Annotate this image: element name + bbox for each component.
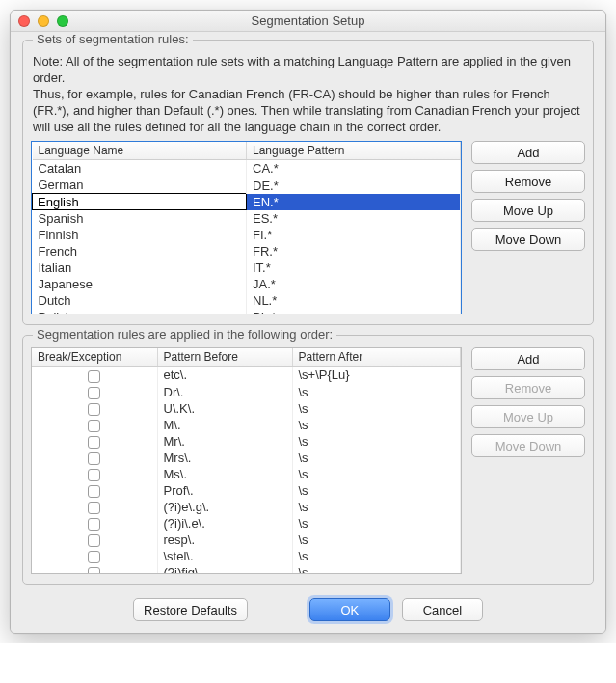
rules-add-button[interactable]: Add: [471, 347, 585, 370]
table-row[interactable]: Ms\.\s: [32, 466, 461, 482]
break-exception-cell[interactable]: [32, 564, 157, 574]
table-row[interactable]: EnglishEN.*: [33, 194, 461, 210]
break-exception-cell[interactable]: [32, 400, 157, 417]
pattern-after-cell[interactable]: \s: [292, 532, 461, 548]
col-language-pattern[interactable]: Language Pattern: [247, 142, 461, 160]
pattern-before-cell[interactable]: Ms\.: [157, 466, 292, 482]
table-row[interactable]: Prof\.\s: [32, 482, 461, 499]
language-name-cell[interactable]: Japanese: [33, 276, 247, 292]
sets-remove-button[interactable]: Remove: [471, 170, 585, 193]
checkbox-icon[interactable]: [88, 420, 100, 432]
language-name-cell[interactable]: Finnish: [33, 227, 247, 243]
language-pattern-cell[interactable]: EN.*: [247, 194, 461, 210]
table-row[interactable]: Mrs\.\s: [32, 450, 461, 466]
pattern-before-cell[interactable]: (?i)e\.g\.: [157, 499, 292, 515]
break-exception-cell[interactable]: [32, 384, 157, 400]
language-pattern-cell[interactable]: ES.*: [247, 210, 461, 228]
checkbox-icon[interactable]: [88, 551, 100, 563]
break-exception-cell[interactable]: [32, 433, 157, 450]
table-row[interactable]: CatalanCA.*: [33, 160, 461, 178]
pattern-after-cell[interactable]: \s: [292, 548, 461, 564]
break-exception-cell[interactable]: [32, 450, 157, 466]
checkbox-icon[interactable]: [88, 387, 100, 399]
pattern-before-cell[interactable]: Mr\.: [157, 433, 292, 450]
pattern-before-cell[interactable]: (?i)fig\.: [157, 564, 292, 574]
pattern-after-cell[interactable]: \s: [292, 450, 461, 466]
table-row[interactable]: JapaneseJA.*: [33, 276, 461, 292]
checkbox-icon[interactable]: [88, 403, 100, 416]
pattern-before-cell[interactable]: Dr\.: [157, 384, 292, 400]
break-exception-cell[interactable]: [32, 466, 157, 482]
pattern-before-cell[interactable]: M\.: [157, 417, 292, 433]
language-name-cell[interactable]: English: [33, 194, 247, 210]
checkbox-icon[interactable]: [88, 534, 100, 547]
sets-move-down-button[interactable]: Move Down: [471, 228, 585, 251]
language-name-cell[interactable]: Dutch: [33, 292, 247, 309]
pattern-after-cell[interactable]: \s: [292, 564, 461, 574]
language-name-cell[interactable]: French: [33, 243, 247, 260]
table-row[interactable]: SpanishES.*: [33, 210, 461, 228]
language-name-cell[interactable]: Catalan: [33, 160, 247, 178]
break-exception-cell[interactable]: [32, 367, 157, 384]
break-exception-cell[interactable]: [32, 499, 157, 515]
break-exception-cell[interactable]: [32, 417, 157, 433]
sets-add-button[interactable]: Add: [471, 141, 585, 164]
table-row[interactable]: (?i)fig\.\s: [32, 564, 461, 574]
checkbox-icon[interactable]: [88, 370, 100, 383]
table-row[interactable]: GermanDE.*: [33, 177, 461, 194]
table-row[interactable]: resp\.\s: [32, 532, 461, 548]
ok-button[interactable]: OK: [309, 598, 390, 621]
pattern-before-cell[interactable]: Prof\.: [157, 482, 292, 499]
pattern-after-cell[interactable]: \s: [292, 466, 461, 482]
language-pattern-cell[interactable]: DE.*: [247, 177, 461, 194]
pattern-after-cell[interactable]: \s: [292, 515, 461, 532]
language-sets-table[interactable]: Language Name Language Pattern CatalanCA…: [32, 142, 461, 314]
table-row[interactable]: \stel\.\s: [32, 548, 461, 564]
table-row[interactable]: FinnishFI.*: [33, 227, 461, 243]
language-pattern-cell[interactable]: IT.*: [247, 260, 461, 276]
pattern-after-cell[interactable]: \s: [292, 400, 461, 417]
language-name-cell[interactable]: German: [33, 177, 247, 194]
table-row[interactable]: (?i)i\.e\.\s: [32, 515, 461, 532]
pattern-after-cell[interactable]: \s: [292, 433, 461, 450]
checkbox-icon[interactable]: [88, 452, 100, 465]
pattern-after-cell[interactable]: \s: [292, 499, 461, 515]
break-exception-cell[interactable]: [32, 515, 157, 532]
break-exception-cell[interactable]: [32, 482, 157, 499]
break-exception-cell[interactable]: [32, 532, 157, 548]
language-pattern-cell[interactable]: CA.*: [247, 160, 461, 178]
cancel-button[interactable]: Cancel: [402, 598, 483, 621]
checkbox-icon[interactable]: [88, 502, 100, 514]
language-name-cell[interactable]: Italian: [33, 260, 247, 276]
language-pattern-cell[interactable]: FR.*: [247, 243, 461, 260]
table-row[interactable]: PolishPL.*: [33, 309, 461, 314]
language-pattern-cell[interactable]: PL.*: [247, 309, 461, 314]
pattern-after-cell[interactable]: \s: [292, 482, 461, 499]
table-row[interactable]: (?i)e\.g\.\s: [32, 499, 461, 515]
language-sets-table-wrap[interactable]: Language Name Language Pattern CatalanCA…: [31, 141, 462, 314]
pattern-before-cell[interactable]: etc\.: [157, 367, 292, 384]
pattern-after-cell[interactable]: \s: [292, 417, 461, 433]
pattern-before-cell[interactable]: Mrs\.: [157, 450, 292, 466]
table-row[interactable]: Dr\.\s: [32, 384, 461, 400]
table-row[interactable]: ItalianIT.*: [33, 260, 461, 276]
language-pattern-cell[interactable]: FI.*: [247, 227, 461, 243]
pattern-after-cell[interactable]: \s+\P{Lu}: [292, 367, 461, 384]
col-language-name[interactable]: Language Name: [33, 142, 247, 160]
sets-move-up-button[interactable]: Move Up: [471, 199, 585, 222]
language-pattern-cell[interactable]: JA.*: [247, 276, 461, 292]
pattern-after-cell[interactable]: \s: [292, 384, 461, 400]
col-pattern-after[interactable]: Pattern After: [292, 348, 461, 367]
pattern-before-cell[interactable]: \stel\.: [157, 548, 292, 564]
checkbox-icon[interactable]: [88, 567, 100, 574]
pattern-before-cell[interactable]: resp\.: [157, 532, 292, 548]
checkbox-icon[interactable]: [88, 436, 100, 449]
checkbox-icon[interactable]: [88, 469, 100, 481]
table-row[interactable]: FrenchFR.*: [33, 243, 461, 260]
language-pattern-cell[interactable]: NL.*: [247, 292, 461, 309]
rules-table-wrap[interactable]: Break/Exception Pattern Before Pattern A…: [31, 347, 462, 574]
table-row[interactable]: Mr\.\s: [32, 433, 461, 450]
table-row[interactable]: M\.\s: [32, 417, 461, 433]
col-pattern-before[interactable]: Pattern Before: [157, 348, 292, 367]
checkbox-icon[interactable]: [88, 518, 100, 531]
